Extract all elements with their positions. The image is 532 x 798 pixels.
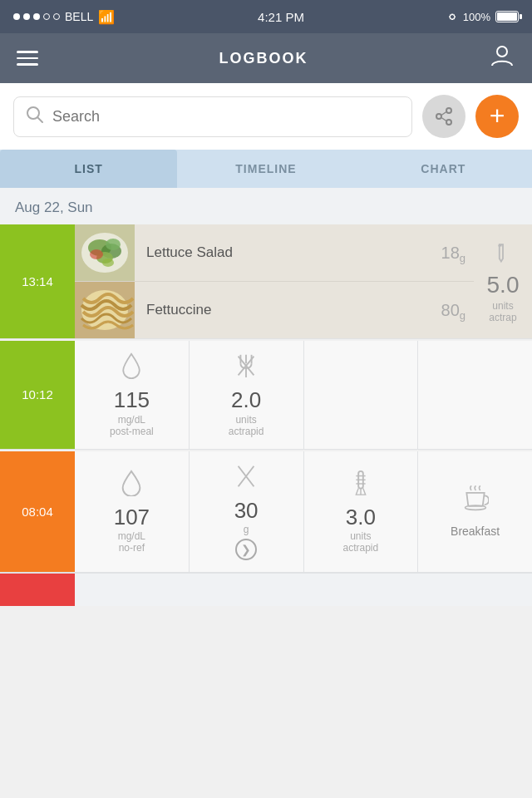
food-amount-fettuccine: 80g <box>441 301 474 320</box>
side-value-1314: 5.0 <box>487 272 520 298</box>
svg-point-5 <box>446 120 451 125</box>
tab-timeline[interactable]: TIMELINE <box>177 150 354 188</box>
share-button[interactable] <box>422 95 466 138</box>
partial-row-bottom <box>0 573 532 606</box>
menu-line-2 <box>17 57 38 60</box>
svg-line-6 <box>441 112 446 116</box>
battery-icon <box>495 11 519 22</box>
food-thumb-fettuccine <box>75 282 135 338</box>
side-unit-1314: units <box>492 300 513 312</box>
metric-value-glucose-1012: 115 <box>114 388 150 412</box>
tab-timeline-label: TIMELINE <box>235 162 296 175</box>
food-name-fettuccine: Fettuccine <box>135 302 441 318</box>
signal-dots <box>13 13 60 20</box>
date-header: Aug 22, Sun <box>0 188 532 224</box>
carrier-label: BELL <box>65 10 93 23</box>
metric-label-meal-1012: actrapid <box>229 426 264 437</box>
metric-value-glucose-0804: 107 <box>114 505 150 530</box>
time-label-1314: 13:14 <box>0 224 75 338</box>
metric-meal-0804: 30 g ❯ <box>190 451 304 573</box>
svg-point-14 <box>106 239 121 250</box>
bluetooth-icon: ⭘ <box>447 11 458 23</box>
food-thumb-lettuce <box>75 224 135 281</box>
metric-label-breakfast-0804: Breakfast <box>451 525 500 538</box>
menu-line-3 <box>17 63 38 66</box>
status-right: ⭘ 100% <box>447 11 519 23</box>
entry-1314: 13:14 Lettuce Salad 18g <box>0 224 532 339</box>
metric-meal-1012: 2.0 units actrapid <box>190 341 304 449</box>
signal-dot-4 <box>43 13 50 20</box>
time-label-1012: 10:12 <box>0 341 75 449</box>
svg-point-15 <box>102 259 114 267</box>
search-section: + <box>0 83 532 150</box>
metric-glucose-0804: 107 mg/dL no-ref <box>75 451 190 573</box>
signal-dot-3 <box>33 13 40 20</box>
food-row-lettuce: Lettuce Salad 18g <box>75 224 474 282</box>
entry-1012: 10:12 115 mg/dL post-meal <box>0 341 532 450</box>
tab-chart[interactable]: CHART <box>355 150 532 188</box>
clock: 4:21 PM <box>258 10 304 24</box>
battery-label: 100% <box>463 11 490 23</box>
svg-line-7 <box>441 118 446 121</box>
food-name-lettuce: Lettuce Salad <box>135 244 441 261</box>
user-icon[interactable] <box>489 42 515 75</box>
side-label-1314: actrap <box>489 312 516 323</box>
search-input[interactable] <box>52 108 400 126</box>
tab-bar: LIST TIMELINE CHART <box>0 150 532 188</box>
partial-red-block <box>0 574 75 606</box>
svg-point-0 <box>497 47 507 57</box>
drop-icon-1012 <box>118 352 145 385</box>
metric-unit-meal-1012: units <box>235 414 256 426</box>
menu-button[interactable] <box>17 51 38 66</box>
metric-glucose-1012: 115 mg/dL post-meal <box>75 341 190 449</box>
arrow-icon-0804[interactable]: ❯ <box>235 539 257 560</box>
metrics-row-0804: 107 mg/dL no-ref 30 g ❯ <box>75 451 532 573</box>
food-rows-1314: Lettuce Salad 18g Fettuccine 80g <box>75 224 474 338</box>
metric-unit-glucose-0804: mg/dL <box>118 530 145 542</box>
food-amount-lettuce: 18g <box>441 244 474 263</box>
search-input-wrap[interactable] <box>13 96 412 137</box>
food-row-fettuccine: Fettuccine 80g <box>75 282 474 338</box>
time-label-0804: 08:04 <box>0 451 75 573</box>
metric-unit-glucose-1012: mg/dL <box>118 414 145 426</box>
svg-line-2 <box>37 117 42 122</box>
metric-value-tube-0804: 3.0 <box>346 505 376 530</box>
add-button[interactable]: + <box>475 95 519 138</box>
fork-icon-0804 <box>233 463 259 495</box>
svg-point-4 <box>436 114 441 119</box>
tube-icon-0804 <box>347 470 374 502</box>
metric-label-tube-0804: actrapid <box>343 542 379 554</box>
wifi-icon: 📶 <box>98 9 115 25</box>
svg-point-31 <box>465 505 485 510</box>
metric-label-glucose-0804: no-ref <box>119 542 145 554</box>
metric-unit-meal-0804: g <box>244 524 249 535</box>
status-left: BELL 📶 <box>13 9 115 25</box>
fork-icon-1012 <box>233 352 259 385</box>
search-icon <box>26 106 44 128</box>
app-header: LOGBOOK <box>0 33 532 83</box>
metric-breakfast-0804: Breakfast <box>418 451 532 573</box>
metrics-row-1012: 115 mg/dL post-meal 2.0 units actra <box>75 341 532 449</box>
drop-icon-0804 <box>118 470 145 502</box>
tab-chart-label: CHART <box>421 162 466 175</box>
plus-icon: + <box>490 102 505 129</box>
svg-point-13 <box>90 249 103 259</box>
entry-0804: 08:04 107 mg/dL no-ref 30 g ❯ <box>0 451 532 574</box>
signal-dot-5 <box>53 13 60 20</box>
metric-value-meal-1012: 2.0 <box>231 388 261 412</box>
metric-label-glucose-1012: post-meal <box>110 426 154 437</box>
svg-point-3 <box>446 108 451 113</box>
signal-dot-1 <box>13 13 20 20</box>
signal-dot-2 <box>23 13 30 20</box>
page-title: LOGBOOK <box>219 50 308 67</box>
tab-list-label: LIST <box>74 162 102 175</box>
battery-fill <box>497 12 517 21</box>
tab-list[interactable]: LIST <box>0 150 177 188</box>
edit-icon-1314[interactable] <box>487 236 519 268</box>
menu-line-1 <box>17 51 38 53</box>
status-bar: BELL 📶 4:21 PM ⭘ 100% <box>0 0 532 33</box>
coffee-icon-0804 <box>462 485 489 518</box>
metric-value-meal-0804: 30 <box>234 499 259 523</box>
metric-tube-0804: 3.0 units actrapid <box>304 451 419 573</box>
metric-empty-1012-3 <box>304 341 419 449</box>
